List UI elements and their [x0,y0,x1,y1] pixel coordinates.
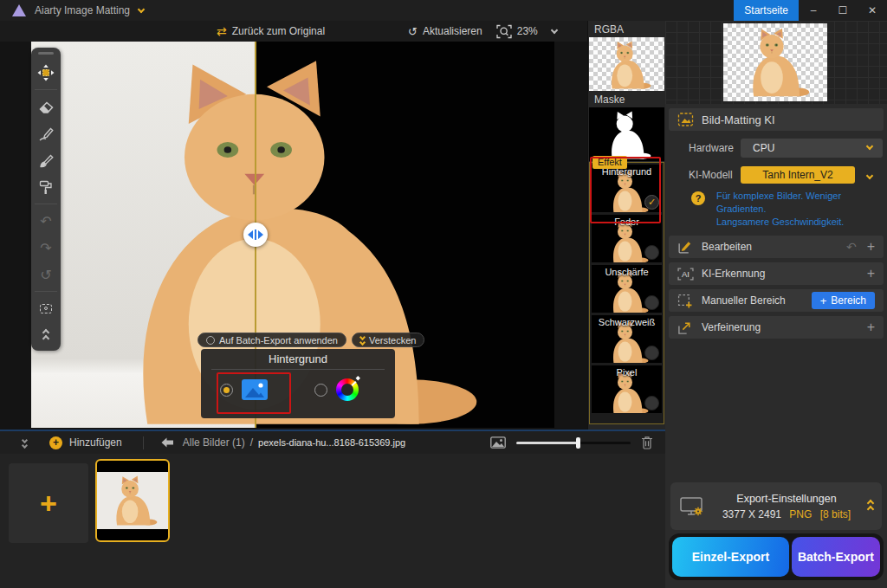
radio-unselected-icon[interactable] [314,384,327,397]
handle-bar-icon [255,229,256,240]
effect-toggle-icon[interactable] [644,346,659,360]
hide-label: Verstecken [369,335,416,346]
bereich-label: Bereich [831,294,866,307]
back-arrow-icon[interactable] [161,437,174,448]
app-window: Aiarty Image Matting Startseite – ☐ ✕ ⇄ … [0,0,887,588]
roller-tool-button[interactable] [36,177,56,197]
close-button[interactable]: ✕ [858,4,887,16]
move-tool-button[interactable] [36,62,56,83]
section-manueller-bereich[interactable]: Manueller Bereich + Bereich [669,289,884,312]
app-logo-icon [12,4,26,16]
rgba-thumbnail[interactable] [589,37,664,91]
result-preview-thumbnail[interactable] [723,23,827,101]
effect-toggle-icon[interactable] [644,245,659,260]
zoom-control[interactable]: 23% [496,24,557,39]
minimize-button[interactable]: – [799,4,828,16]
rail-grip-handle[interactable] [38,52,54,55]
trash-icon[interactable] [641,436,653,449]
effect-enabled-check-icon[interactable]: ✓ [644,195,659,210]
effect-pixel[interactable]: Pixel [592,365,662,413]
right-panel: Bild-Matting KI Hardware CPU KI-Modell T… [665,21,887,588]
section-ki-erkennung[interactable]: AI KI-Erkennung + [669,262,884,285]
expand-plus-icon[interactable]: + [867,239,875,255]
hint-line1: Für komplexe Bilder. Weniger Gradienten. [716,191,841,214]
background-popup-title: Hintergrund [201,349,395,365]
result-preview-area [665,21,887,104]
app-menu-chevron-icon[interactable] [138,5,145,12]
effect-hintergrund[interactable]: Hintergrund ✓ [592,165,662,212]
model-select[interactable]: Tanh Intern_V2 [741,166,855,184]
hardware-select[interactable]: CPU [741,139,883,158]
batch-export-button[interactable]: Batch-Export [792,537,880,577]
effect-toggle-icon[interactable] [644,396,659,410]
add-image-tile[interactable]: + [9,463,88,543]
back-to-original-label: Zurück zum Original [232,25,325,37]
thumbnail-photo [97,472,168,529]
radio-selected-icon[interactable] [220,384,233,397]
add-image-label[interactable]: Hinzufügen [69,436,122,449]
help-icon[interactable]: ? [691,191,705,205]
effects-group: Effekt Hintergrund ✓ Feder Unschärfe Sch… [589,162,664,424]
refresh-button[interactable]: ↺ Aktualisieren [408,25,482,38]
matting-section-header[interactable]: Bild-Matting KI [669,108,884,131]
refine-icon [677,320,696,335]
effect-feder[interactable]: Feder [592,215,662,262]
eraser-tool-button[interactable] [36,96,56,117]
export-info: 3377 X 2491 PNG [8 bits] [705,508,868,520]
section-verfeinerung[interactable]: Verfeinerung + [669,316,884,339]
canvas-pills: Auf Batch-Export anwenden Verstecken [197,333,424,347]
export-settings-icon [679,495,705,517]
background-image-option[interactable] [220,379,268,400]
zoom-level: 23% [517,25,538,37]
canvas-toolbar: ⇄ Zurück zum Original ↺ Aktualisieren 23… [0,21,587,42]
thumbnail-size-slider[interactable] [516,442,631,444]
brush-tool-button[interactable] [36,150,56,171]
apply-batch-button[interactable]: Auf Batch-Export anwenden [197,333,346,347]
svg-text:AI: AI [682,269,690,279]
hide-panel-button[interactable]: Verstecken [352,333,424,347]
matting-icon [677,113,696,126]
export-settings-title: Export-Einstellungen [705,493,868,505]
color-picker-icon[interactable] [336,378,359,401]
home-button[interactable]: Startseite [734,0,799,21]
model-chevron-icon[interactable] [867,169,872,181]
bottom-bar: + Hinzufügen Alle Bilder (1) / pexels-di… [0,430,665,454]
back-to-original-button[interactable]: ⇄ Zurück zum Original [217,24,325,38]
marquee-tool-button[interactable] [36,298,56,319]
add-image-icon[interactable]: + [49,436,62,449]
hardware-label: Hardware [689,142,739,154]
effect-unschaerfe[interactable]: Unschärfe [592,265,662,313]
image-thumbnail-selected[interactable] [95,459,170,542]
redo-button[interactable]: ↷ [36,237,56,258]
bereich-button[interactable]: + Bereich [812,292,875,309]
apply-batch-label: Auf Batch-Export anwenden [219,335,338,346]
collapse-export-icon[interactable] [868,501,873,512]
slider-handle[interactable] [576,437,580,449]
rail-separator [35,204,57,204]
effect-schwarzweiss[interactable]: Schwarzweiß [592,315,662,363]
split-drag-handle[interactable] [243,223,268,247]
chevron-down-icon [866,143,873,150]
expand-plus-icon[interactable]: + [867,320,875,335]
breadcrumb-all-images[interactable]: Alle Bilder (1) [183,436,245,449]
rail-separator [35,291,57,292]
background-color-option[interactable] [314,378,359,401]
maximize-button[interactable]: ☐ [828,4,858,16]
undo-button[interactable]: ↶ [36,210,56,231]
mask-thumbnail[interactable] [589,107,664,161]
collapse-strip-icon[interactable] [23,438,27,448]
hardware-value: CPU [753,142,774,154]
export-settings[interactable]: Export-Einstellungen 3377 X 2491 PNG [8 … [670,482,882,530]
image-background-icon[interactable] [242,379,268,400]
main-canvas: ↶ ↷ ↺ Auf Batch-Export anwenden Versteck… [0,42,587,430]
collapse-rail-button[interactable] [36,325,56,346]
slider-fill [516,442,578,444]
pen-tool-button[interactable] [36,123,56,144]
ai-detection-icon: AI [677,268,696,281]
section-bearbeiten[interactable]: Bearbeiten ↶ + [669,236,884,258]
expand-plus-icon[interactable]: + [867,266,875,281]
effect-toggle-icon[interactable] [644,295,659,310]
section-undo-icon[interactable]: ↶ [846,240,857,254]
single-export-button[interactable]: Einzel-Export [672,537,789,577]
reset-button[interactable]: ↺ [36,264,56,285]
